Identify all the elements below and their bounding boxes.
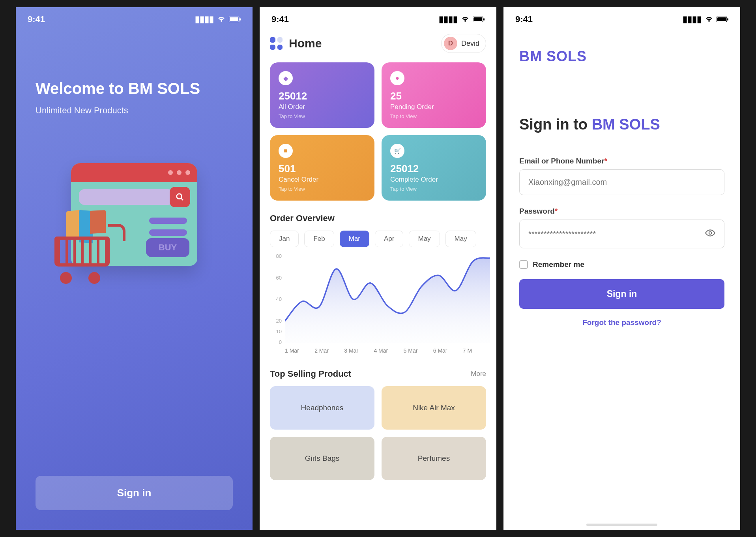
order-overview-chart: 01020406080 1 Mar2 Mar3 Mar4 Mar5 Mar6 M… [260, 247, 496, 354]
card-tap: Tap to View [390, 186, 477, 192]
svg-rect-6 [473, 17, 482, 21]
pending-order-card[interactable]: ● 25 Pending Order Tap to View [382, 62, 486, 128]
wifi-icon [461, 16, 470, 23]
month-tab-apr[interactable]: Apr [375, 231, 403, 247]
welcome-screen: 9:41 ▮▮▮▮ Welcome to BM SOLS Unlimited N… [16, 7, 253, 530]
svg-rect-7 [483, 18, 485, 21]
battery-icon [717, 17, 728, 22]
welcome-title: Welcome to BM SOLS [36, 80, 233, 98]
home-screen: 9:41 ▮▮▮▮ Home D Devid ◆ 25012 All Order… [260, 7, 496, 530]
month-tab-jan[interactable]: Jan [270, 231, 299, 247]
signal-icon: ▮▮▮▮ [439, 14, 458, 24]
status-time: 9:41 [271, 14, 289, 24]
buy-button-illustration: BUY [146, 238, 189, 257]
status-icons: ▮▮▮▮ [439, 14, 485, 24]
product-card[interactable]: Headphones [270, 386, 374, 430]
order-overview-title: Order Overview [260, 201, 496, 231]
card-icon: ■ [279, 144, 293, 158]
card-icon: ● [390, 71, 404, 85]
month-tabs: JanFebMarAprMayMay [260, 231, 496, 247]
user-name: Devid [461, 39, 479, 48]
all-order-card[interactable]: ◆ 25012 All Order Tap to View [270, 62, 374, 128]
welcome-subtitle: Unlimited New Products [36, 105, 233, 116]
signal-icon: ▮▮▮▮ [195, 14, 214, 24]
email-label: Email or Phone Number* [519, 157, 724, 165]
email-input[interactable] [528, 178, 715, 187]
card-value: 501 [279, 163, 366, 175]
product-card[interactable]: Perfumes [382, 437, 486, 480]
avatar: D [444, 37, 457, 50]
card-tap: Tap to View [279, 113, 366, 119]
status-time: 9:41 [515, 14, 533, 24]
battery-icon [229, 17, 241, 22]
status-time: 9:41 [28, 14, 45, 24]
signin-title: Sign in to BM SOLS [519, 116, 724, 133]
svg-point-11 [709, 232, 712, 235]
month-tab-may[interactable]: May [409, 231, 440, 247]
remember-label: Remember me [533, 260, 584, 269]
signin-button[interactable]: Sign in [36, 476, 233, 510]
svg-rect-2 [240, 18, 241, 21]
page-title: Home [289, 37, 322, 50]
password-label: Password* [519, 207, 724, 216]
top-selling-title: Top Selling Product [270, 369, 351, 379]
status-bar: 9:41 ▮▮▮▮ [503, 7, 740, 28]
menu-grid-icon[interactable] [270, 37, 283, 50]
battery-icon [473, 17, 485, 22]
wifi-icon [217, 16, 226, 23]
password-field[interactable] [519, 220, 724, 248]
card-label: Cancel Order [279, 176, 366, 184]
product-card[interactable]: Nike Air Max [382, 386, 486, 430]
month-tab-may[interactable]: May [445, 231, 476, 247]
card-label: Complete Order [390, 176, 477, 184]
card-tap: Tap to View [390, 113, 477, 119]
card-tap: Tap to View [279, 186, 366, 192]
brand-logo: BM SOLS [519, 48, 724, 65]
more-link[interactable]: More [471, 370, 486, 378]
card-icon: ◆ [279, 71, 293, 85]
svg-rect-10 [727, 18, 728, 21]
email-field[interactable] [519, 169, 724, 195]
wifi-icon [705, 16, 713, 23]
cancel-order-card[interactable]: ■ 501 Cancel Order Tap to View [270, 135, 374, 201]
password-input[interactable] [528, 229, 705, 238]
svg-point-3 [177, 194, 182, 199]
signin-submit-button[interactable]: Sign in [519, 279, 724, 309]
svg-line-4 [181, 198, 183, 201]
welcome-content: Welcome to BM SOLS Unlimited New Product… [16, 28, 253, 116]
card-icon: 🛒 [390, 144, 404, 158]
forgot-password-link[interactable]: Forgot the password? [519, 318, 724, 327]
card-value: 25012 [390, 163, 477, 175]
status-bar: 9:41 ▮▮▮▮ [260, 7, 496, 28]
complete-order-card[interactable]: 🛒 25012 Complete Order Tap to View [382, 135, 486, 201]
product-card[interactable]: Girls Bags [270, 437, 374, 480]
status-icons: ▮▮▮▮ [195, 14, 241, 24]
status-bar: 9:41 ▮▮▮▮ [16, 7, 253, 28]
card-value: 25 [390, 90, 477, 102]
signal-icon: ▮▮▮▮ [683, 14, 702, 24]
user-chip[interactable]: D Devid [441, 34, 486, 53]
card-label: All Order [279, 103, 366, 111]
cart-illustration [49, 214, 124, 285]
month-tab-mar[interactable]: Mar [340, 231, 369, 247]
search-button-illustration [170, 187, 190, 207]
eye-icon[interactable] [705, 228, 715, 240]
welcome-illustration: BUY [16, 163, 253, 313]
remember-checkbox[interactable] [519, 260, 528, 269]
status-icons: ▮▮▮▮ [683, 14, 728, 24]
card-value: 25012 [279, 90, 366, 102]
signin-screen: 9:41 ▮▮▮▮ BM SOLS Sign in to BM SOLS Ema… [503, 7, 740, 530]
month-tab-feb[interactable]: Feb [304, 231, 334, 247]
home-indicator [586, 524, 657, 526]
line-chart [285, 256, 490, 343]
svg-rect-9 [717, 17, 726, 21]
card-label: Pending Order [390, 103, 477, 111]
search-bar-illustration [79, 189, 174, 205]
svg-rect-1 [230, 17, 238, 21]
